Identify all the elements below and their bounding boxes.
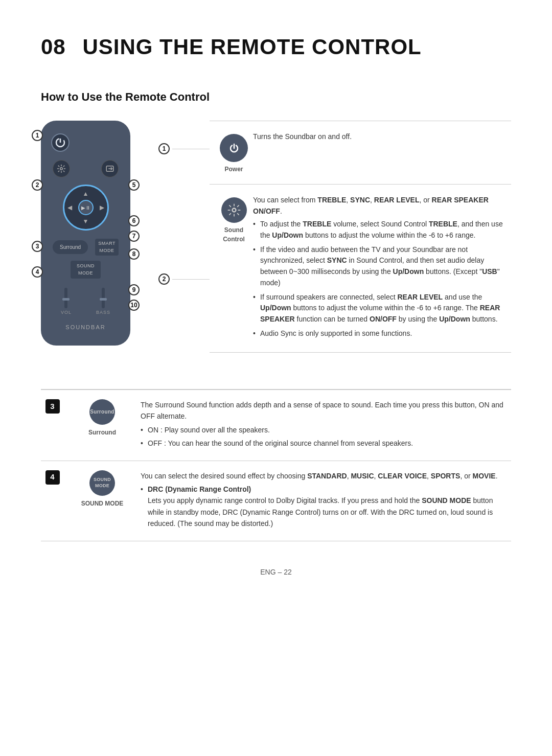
surround-bullets: ON : Play sound over all the speakers. O… — [141, 424, 506, 449]
badge-5: 5 — [128, 179, 140, 191]
surround-off: OFF : You can hear the sound of the orig… — [141, 438, 506, 449]
vol-label: VOL — [61, 309, 72, 316]
table-row-power: Power Turns the Soundbar on and off. — [210, 121, 511, 185]
drc-item: DRC (Dynamic Range Control) Lets you app… — [141, 484, 506, 530]
bottom-table: 3 Surround Surround The Surround Sound f… — [41, 389, 511, 541]
badge-8: 8 — [128, 248, 140, 260]
surround-icon-col: Surround Surround — [69, 390, 135, 461]
callout-column: 1 2 — [158, 121, 210, 389]
vol-slider: VOL — [61, 288, 72, 316]
bottom-row-surround: 3 Surround Surround The Surround Sound f… — [41, 390, 511, 461]
description-table: Power Turns the Soundbar on and off. Sou… — [210, 121, 511, 353]
soundmode-desc: You can select the desired sound effect … — [135, 461, 511, 541]
soundmode-bullets: DRC (Dynamic Range Control) Lets you app… — [141, 484, 506, 530]
main-content: 1 2 3 4 5 6 7 8 9 10 — [41, 121, 511, 389]
sound-control-icon — [221, 197, 247, 223]
dpad-up: ▲ — [83, 189, 89, 198]
dpad[interactable]: ▲ ▼ ◀ ▶ ▶⏸ — [63, 185, 109, 231]
remote-row-surround: Surround SMARTMODE — [49, 239, 123, 256]
remote-illustration: 1 2 3 4 5 6 7 8 9 10 — [41, 121, 158, 346]
page-title: 08 USING THE REMOTE CONTROL — [41, 31, 511, 63]
bullet-treble: To adjust the TREBLE volume, select Soun… — [253, 219, 511, 241]
surround-icon-label: Surround — [88, 428, 116, 437]
remote-row-dpad: ▲ ▼ ◀ ▶ ▶⏸ — [49, 185, 123, 231]
badge-7: 7 — [128, 231, 140, 242]
smart-mode-button[interactable]: SMARTMODE — [95, 239, 119, 256]
svg-point-2 — [60, 168, 63, 170]
bullet-audio-sync: Audio Sync is only supported in some fun… — [253, 328, 511, 339]
dpad-left: ◀ — [67, 203, 72, 212]
sound-control-icon-col: Sound Control — [215, 195, 253, 342]
surround-badge: 3 — [45, 399, 60, 414]
badge-2: 2 — [32, 179, 43, 191]
badge-9: 9 — [128, 284, 140, 295]
badge-6: 6 — [128, 215, 140, 226]
badge-3: 3 — [32, 241, 43, 252]
bullet-rear-level: If surround speakers are connected, sele… — [253, 292, 511, 325]
badge-4: 4 — [32, 266, 43, 278]
remote-row-power — [49, 133, 123, 152]
surround-num-col: 3 — [41, 390, 69, 461]
surround-icon: Surround — [89, 399, 115, 425]
power-icon-large — [220, 134, 248, 162]
soundmode-num-col: 4 — [41, 461, 69, 541]
settings-icon-remote[interactable] — [53, 160, 70, 177]
callout-badge-1: 1 — [158, 143, 170, 154]
power-button-remote[interactable] — [51, 133, 70, 152]
dpad-down: ▼ — [83, 217, 89, 226]
sound-control-bullets: To adjust the TREBLE volume, select Soun… — [253, 219, 511, 339]
soundmode-icon-label: SOUND MODE — [81, 499, 124, 508]
surround-desc: The Surround Sound function adds depth a… — [135, 390, 511, 461]
dpad-right: ▶ — [100, 203, 104, 212]
svg-point-4 — [232, 209, 236, 212]
power-desc: Turns the Soundbar on and off. — [253, 131, 511, 174]
sound-mode-button[interactable]: SOUNDMODE — [71, 261, 101, 279]
soundbar-label: SOUNDBAR — [65, 323, 105, 332]
page-number: ENG – 22 — [41, 567, 511, 578]
soundmode-icon: SOUNDMODE — [89, 470, 115, 496]
surround-on: ON : Play sound over all the speakers. — [141, 424, 506, 436]
section-title: How to Use the Remote Control — [41, 88, 511, 105]
soundmode-icon-col: SOUNDMODE SOUND MODE — [69, 461, 135, 541]
bottom-row-soundmode: 4 SOUNDMODE SOUND MODE You can select th… — [41, 461, 511, 541]
bass-label: BASS — [96, 309, 110, 316]
input-icon-remote[interactable] — [101, 160, 119, 177]
remote-row-middle — [49, 160, 123, 177]
remote-row-soundmode: SOUNDMODE — [49, 261, 123, 279]
remote-row-volbass: VOL BASS — [49, 288, 123, 316]
badge-1: 1 — [32, 130, 43, 141]
table-row-sound-control: Sound Control You can select from TREBLE… — [210, 185, 511, 353]
power-icon-col: Power — [215, 131, 253, 174]
callout-badge-2: 2 — [158, 273, 170, 285]
bullet-sync: If the video and audio between the TV an… — [253, 244, 511, 289]
surround-button[interactable]: Surround — [53, 240, 88, 254]
power-label: Power — [224, 165, 243, 174]
badge-10: 10 — [128, 300, 140, 311]
dpad-center[interactable]: ▶⏸ — [78, 200, 94, 215]
remote-body: ▲ ▼ ◀ ▶ ▶⏸ Surround SMARTMODE — [41, 121, 130, 346]
soundmode-badge: 4 — [45, 470, 60, 485]
sound-control-label: Sound Control — [215, 225, 253, 244]
sound-control-desc: You can select from TREBLE, SYNC, REAR L… — [253, 195, 511, 342]
bass-slider: BASS — [96, 288, 110, 316]
